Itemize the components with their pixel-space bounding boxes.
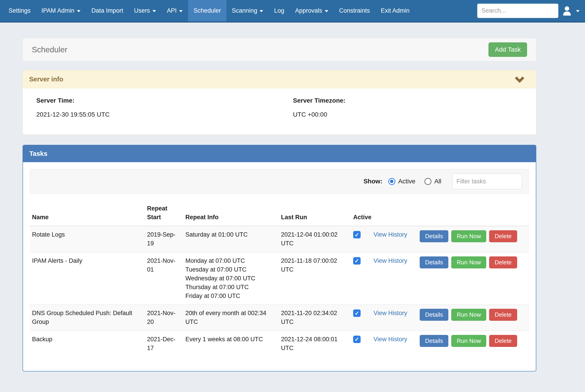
view-history-link[interactable]: View History: [373, 231, 407, 238]
page-header-panel: Scheduler Add Task: [22, 38, 536, 61]
search-input[interactable]: [478, 4, 559, 18]
server-time-block: Server Time: 2021-12-30 19:55:05 UTC: [23, 97, 279, 118]
tasks-panel: Tasks Show: Active All: [22, 145, 536, 372]
details-button[interactable]: Details: [420, 256, 448, 268]
search-group: [477, 4, 559, 18]
column-header-active: Active: [353, 202, 373, 226]
nav-item-label: Scheduler: [193, 7, 221, 14]
nav-item-data-import[interactable]: Data Import: [86, 0, 128, 22]
column-header-repeat-start: Repeat Start: [147, 202, 185, 226]
radio-all-label[interactable]: All: [434, 178, 441, 185]
last-run-cell: 2021-11-18 07:00:02 UTC: [281, 252, 353, 305]
view-history-link[interactable]: View History: [373, 336, 407, 342]
table-row: DNS Group Scheduled Push: Default Group …: [30, 305, 529, 331]
actions-cell: Details Run Now Delete: [420, 331, 529, 356]
chevron-down-icon: [325, 10, 328, 12]
delete-button[interactable]: Delete: [489, 335, 517, 347]
active-cell: ✓: [353, 226, 373, 252]
top-navbar: Settings IPAM Admin Data Import Users AP…: [0, 0, 585, 22]
nav-item-users[interactable]: Users: [128, 0, 161, 22]
tasks-header: Tasks: [23, 145, 536, 162]
column-header-actions: [420, 202, 529, 226]
task-name-cell: Backup: [30, 331, 147, 356]
details-button[interactable]: Details: [420, 335, 448, 347]
repeat-info-cell: Every 1 weeks at 08:00 UTC: [185, 331, 281, 356]
details-button[interactable]: Details: [420, 230, 448, 242]
task-name-cell: IPAM Alerts - Daily: [30, 252, 147, 305]
last-run-cell: 2021-12-04 01:00:02 UTC: [281, 226, 353, 252]
nav-item-log[interactable]: Log: [269, 0, 290, 22]
actions-cell: Details Run Now Delete: [420, 252, 529, 305]
active-checkbox[interactable]: ✓: [353, 310, 361, 317]
nav-item-label: Exit Admin: [381, 7, 410, 14]
server-timezone-block: Server Timezone: UTC +00:00: [279, 97, 536, 118]
last-run-cell: 2021-12-24 08:00:01 UTC: [281, 331, 353, 356]
column-header-name: Name: [30, 202, 147, 226]
filter-tasks-input[interactable]: [452, 174, 522, 189]
repeat-start-cell: 2021-Nov-01: [147, 252, 185, 305]
navbar-right: [477, 0, 582, 22]
actions-cell: Details Run Now Delete: [420, 305, 529, 331]
column-header-history: [373, 202, 420, 226]
chevron-down-icon: [179, 10, 183, 12]
radio-option-all[interactable]: All: [424, 178, 441, 185]
task-name-cell: DNS Group Scheduled Push: Default Group: [30, 305, 147, 331]
collapse-chevron-icon: [515, 76, 525, 83]
task-name-cell: Rotate Logs: [30, 226, 147, 252]
nav-item-api[interactable]: API: [161, 0, 188, 22]
run-now-button[interactable]: Run Now: [451, 256, 486, 268]
run-now-button[interactable]: Run Now: [451, 309, 486, 321]
last-run-cell: 2021-11-20 02:34:02 UTC: [281, 305, 353, 331]
radio-all[interactable]: [424, 178, 431, 185]
server-info-header[interactable]: Server info: [23, 70, 536, 88]
nav-item-label: Users: [134, 7, 150, 14]
history-cell: View History: [373, 305, 420, 331]
nav-item-ipam-admin[interactable]: IPAM Admin: [36, 0, 86, 22]
nav-item-label: Settings: [8, 7, 31, 14]
history-cell: View History: [373, 331, 420, 356]
nav-item-exit-admin[interactable]: Exit Admin: [375, 0, 415, 22]
view-history-link[interactable]: View History: [373, 310, 407, 316]
show-label: Show:: [364, 178, 383, 185]
active-checkbox[interactable]: ✓: [353, 336, 361, 343]
table-row: Backup 2021-Dec-17 Every 1 weeks at 08:0…: [30, 331, 529, 356]
delete-button[interactable]: Delete: [489, 309, 517, 321]
active-checkbox[interactable]: ✓: [353, 257, 361, 264]
nav-item-scanning[interactable]: Scanning: [226, 0, 269, 22]
user-icon: [563, 6, 572, 16]
server-timezone-label: Server Timezone:: [293, 97, 536, 104]
chevron-down-icon: [576, 10, 580, 12]
repeat-info-cell: 20th of every month at 002:34 UTC: [185, 305, 281, 331]
radio-active-label[interactable]: Active: [398, 178, 415, 185]
delete-button[interactable]: Delete: [489, 256, 517, 268]
main-content: Scheduler Add Task Server info Server Ti…: [22, 38, 536, 372]
repeat-start-cell: 2021-Dec-17: [147, 331, 185, 356]
nav-item-approvals[interactable]: Approvals: [290, 0, 334, 22]
nav-item-label: Scanning: [232, 7, 257, 14]
repeat-start-cell: 2019-Sep-19: [147, 226, 185, 252]
details-button[interactable]: Details: [420, 309, 448, 321]
server-info-body: Server Time: 2021-12-30 19:55:05 UTC Ser…: [23, 88, 536, 134]
nav-item-settings[interactable]: Settings: [3, 0, 36, 22]
repeat-info-cell: Saturday at 01:00 UTC: [185, 226, 281, 252]
delete-button[interactable]: Delete: [489, 230, 517, 242]
filter-well: Show: Active All: [30, 169, 529, 194]
tasks-header-title: Tasks: [29, 150, 47, 157]
nav-item-constraints[interactable]: Constraints: [334, 0, 376, 22]
radio-option-active[interactable]: Active: [388, 178, 415, 185]
server-info-title: Server info: [29, 76, 63, 83]
active-checkbox[interactable]: ✓: [353, 231, 361, 238]
nav-item-label: API: [167, 7, 177, 14]
radio-active[interactable]: [388, 178, 395, 185]
column-header-last-run: Last Run: [281, 202, 353, 226]
tasks-table: Name Repeat Start Repeat Info Last Run A…: [30, 202, 529, 356]
run-now-button[interactable]: Run Now: [451, 230, 486, 242]
server-time-label: Server Time:: [36, 97, 279, 104]
view-history-link[interactable]: View History: [373, 257, 407, 264]
add-task-button[interactable]: Add Task: [489, 42, 527, 57]
nav-item-scheduler[interactable]: Scheduler: [188, 0, 226, 22]
repeat-info-cell: Monday at 07:00 UTC Tuesday at 07:00 UTC…: [185, 252, 281, 305]
user-menu[interactable]: [563, 6, 580, 16]
active-cell: ✓: [353, 305, 373, 331]
run-now-button[interactable]: Run Now: [451, 335, 486, 347]
